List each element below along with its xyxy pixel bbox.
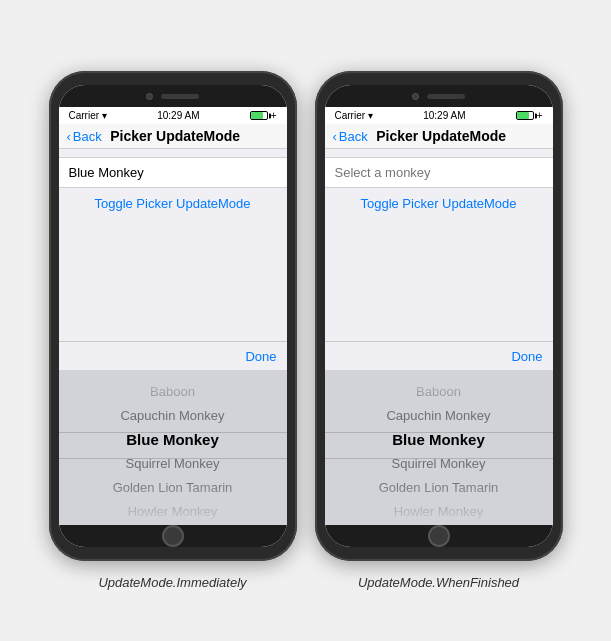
phone-screen-whenfinished: Carrier ▾ 10:29 AM + ‹ Back xyxy=(325,85,553,547)
status-right-immediately: + xyxy=(250,110,277,121)
status-time-whenfinished: 10:29 AM xyxy=(423,110,465,121)
picker-items-whenfinished: Baboon Capuchin Monkey Blue Monkey Squir… xyxy=(325,370,553,525)
phone-bottom-bar-immediately xyxy=(59,525,287,547)
phone-shell-whenfinished: Carrier ▾ 10:29 AM + ‹ Back xyxy=(315,71,563,561)
home-button-immediately[interactable] xyxy=(162,525,184,547)
status-left-whenfinished: Carrier ▾ xyxy=(335,110,374,121)
picker-line-bottom-whenfinished xyxy=(325,458,553,459)
picker-line-bottom-immediately xyxy=(59,458,287,459)
phone-top-bar-immediately xyxy=(59,85,287,107)
camera-immediately xyxy=(146,93,153,100)
picker-item-howler-immediately[interactable]: Howler Monkey xyxy=(59,500,287,524)
status-time-immediately: 10:29 AM xyxy=(157,110,199,121)
battery-icon-immediately xyxy=(250,111,268,120)
status-right-whenfinished: + xyxy=(516,110,543,121)
carrier-whenfinished: Carrier xyxy=(335,110,366,121)
carrier-immediately: Carrier xyxy=(69,110,100,121)
text-field-immediately[interactable] xyxy=(59,158,287,187)
back-label-immediately: Back xyxy=(73,129,102,144)
nav-title-whenfinished: Picker UpdateMode xyxy=(368,128,515,144)
picker-item-capuchin-immediately[interactable]: Capuchin Monkey xyxy=(59,404,287,428)
speaker-immediately xyxy=(161,94,199,99)
picker-line-top-whenfinished xyxy=(325,432,553,433)
text-field-row-whenfinished xyxy=(325,157,553,188)
back-label-whenfinished: Back xyxy=(339,129,368,144)
back-button-immediately[interactable]: ‹ Back xyxy=(67,129,102,144)
speaker-whenfinished xyxy=(427,94,465,99)
battery-plus-whenfinished: + xyxy=(537,110,543,121)
content-immediately: Toggle Picker UpdateMode Done Baboon Cap… xyxy=(59,149,287,525)
phone-label-whenfinished: UpdateMode.WhenFinished xyxy=(358,575,519,590)
back-chevron-whenfinished: ‹ xyxy=(333,129,337,144)
back-button-whenfinished[interactable]: ‹ Back xyxy=(333,129,368,144)
toggle-link-immediately[interactable]: Toggle Picker UpdateMode xyxy=(59,188,287,219)
phone-screen-immediately: Carrier ▾ 10:29 AM + ‹ Back xyxy=(59,85,287,547)
nav-bar-whenfinished: ‹ Back Picker UpdateMode xyxy=(325,124,553,149)
phone-immediately: Carrier ▾ 10:29 AM + ‹ Back xyxy=(49,71,297,590)
battery-fill-whenfinished xyxy=(517,112,530,119)
nav-bar-immediately: ‹ Back Picker UpdateMode xyxy=(59,124,287,149)
picker-item-golden-whenfinished[interactable]: Golden Lion Tamarin xyxy=(325,476,553,500)
content-whenfinished: Toggle Picker UpdateMode Done Baboon Cap… xyxy=(325,149,553,525)
picker-item-baboon-whenfinished[interactable]: Baboon xyxy=(325,380,553,404)
phones-row: Carrier ▾ 10:29 AM + ‹ Back xyxy=(39,51,573,590)
phone-shell-immediately: Carrier ▾ 10:29 AM + ‹ Back xyxy=(49,71,297,561)
wifi-icon-whenfinished: ▾ xyxy=(368,110,373,121)
picker-whenfinished[interactable]: Baboon Capuchin Monkey Blue Monkey Squir… xyxy=(325,370,553,525)
picker-item-squirrel-immediately[interactable]: Squirrel Monkey xyxy=(59,452,287,476)
picker-item-howler-whenfinished[interactable]: Howler Monkey xyxy=(325,500,553,524)
picker-immediately[interactable]: Baboon Capuchin Monkey Blue Monkey Squir… xyxy=(59,370,287,525)
nav-title-immediately: Picker UpdateMode xyxy=(102,128,249,144)
phone-bottom-bar-whenfinished xyxy=(325,525,553,547)
picker-item-golden-immediately[interactable]: Golden Lion Tamarin xyxy=(59,476,287,500)
done-button-immediately[interactable]: Done xyxy=(245,349,276,364)
phone-whenfinished: Carrier ▾ 10:29 AM + ‹ Back xyxy=(315,71,563,590)
done-button-whenfinished[interactable]: Done xyxy=(511,349,542,364)
done-bar-whenfinished: Done xyxy=(325,341,553,370)
back-chevron-immediately: ‹ xyxy=(67,129,71,144)
battery-plus-immediately: + xyxy=(271,110,277,121)
picker-item-capuchin-whenfinished[interactable]: Capuchin Monkey xyxy=(325,404,553,428)
battery-icon-whenfinished xyxy=(516,111,534,120)
home-button-whenfinished[interactable] xyxy=(428,525,450,547)
text-field-whenfinished[interactable] xyxy=(325,158,553,187)
phone-top-bar-whenfinished xyxy=(325,85,553,107)
picker-item-squirrel-whenfinished[interactable]: Squirrel Monkey xyxy=(325,452,553,476)
done-bar-immediately: Done xyxy=(59,341,287,370)
camera-whenfinished xyxy=(412,93,419,100)
text-field-row-immediately xyxy=(59,157,287,188)
spacer-whenfinished xyxy=(325,219,553,341)
spacer-immediately xyxy=(59,219,287,341)
phone-label-immediately: UpdateMode.Immediately xyxy=(98,575,246,590)
wifi-icon-immediately: ▾ xyxy=(102,110,107,121)
toggle-link-whenfinished[interactable]: Toggle Picker UpdateMode xyxy=(325,188,553,219)
status-left-immediately: Carrier ▾ xyxy=(69,110,108,121)
battery-fill-immediately xyxy=(251,112,264,119)
picker-item-baboon-immediately[interactable]: Baboon xyxy=(59,380,287,404)
picker-line-top-immediately xyxy=(59,432,287,433)
status-bar-immediately: Carrier ▾ 10:29 AM + xyxy=(59,107,287,124)
status-bar-whenfinished: Carrier ▾ 10:29 AM + xyxy=(325,107,553,124)
picker-items-immediately: Baboon Capuchin Monkey Blue Monkey Squir… xyxy=(59,370,287,525)
